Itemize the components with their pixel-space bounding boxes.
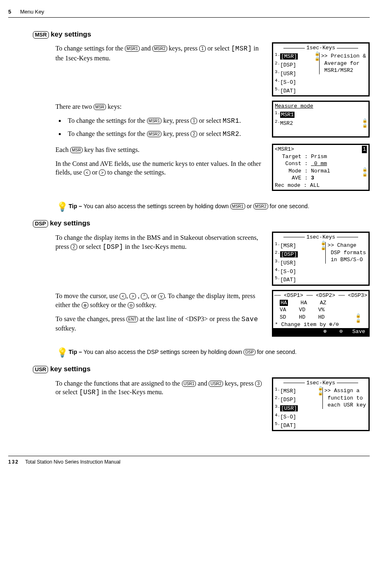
tip-icon: 💡: [55, 202, 69, 211]
lock-icon: 🔒🔒: [318, 386, 322, 396]
section-msr-heading: MSR key settings: [33, 30, 370, 39]
lcd-1sec-keys-msr: 1sec-Keys >> Precision & Average for MSR…: [272, 42, 370, 96]
lcd-1sec-keys-dsp: 1sec-Keys >> Change DSP formats in BMS/S…: [272, 232, 370, 286]
page-number: 132: [8, 459, 19, 465]
section-msr-body: 1sec-Keys >> Precision & Average for MSR…: [55, 42, 370, 195]
tip-msr: 💡 Tip – You can also access the settings…: [55, 202, 370, 211]
section-dsp-body: 1sec-Keys >> Change DSP formats in BMS/S…: [55, 232, 370, 340]
section-usr-body: 1sec-Keys >> Assign a function to each U…: [55, 377, 370, 436]
section-dsp-heading: DSP key settings: [33, 219, 370, 228]
lock-icon: 🔒🔒: [362, 119, 367, 129]
lcd-msr1-settings: <MSR1>1 Target : Prism Const : 0 mm Mode…: [272, 144, 370, 191]
lock-icon: 🔒🔒: [362, 168, 367, 177]
lock-icon: 🔒🔒: [315, 52, 319, 62]
manual-title: Total Station Nivo Series Instruction Ma…: [25, 459, 120, 465]
chapter-title: Menu Key: [20, 9, 44, 15]
page-header: 5 Menu Key: [8, 8, 370, 18]
lcd-measure-mode: Measure mode 1.MSR1 2.MSR2 🔒🔒: [272, 101, 370, 138]
tip-dsp: 💡 Tip – You can also access the DSP sett…: [55, 348, 370, 357]
lock-icon: 🔒🔒: [356, 314, 360, 324]
tip-icon: 💡: [55, 348, 69, 357]
chapter-number: 5: [8, 9, 11, 15]
lcd-dsp-formats: ── <DSP1> ── <DSP2> ── <DSP3> HA HA AZ V…: [272, 290, 370, 336]
lcd-1sec-keys-usr: 1sec-Keys >> Assign a function to each U…: [272, 377, 370, 432]
lock-icon: 🔒🔒: [321, 241, 325, 251]
page-footer: 132 Total Station Nivo Series Instructio…: [8, 456, 370, 465]
section-usr-heading: USR key settings: [33, 365, 370, 374]
msr-key-label: MSR: [33, 31, 49, 39]
dsp-key-label: DSP: [33, 220, 48, 227]
usr-key-label: USR: [33, 366, 48, 373]
